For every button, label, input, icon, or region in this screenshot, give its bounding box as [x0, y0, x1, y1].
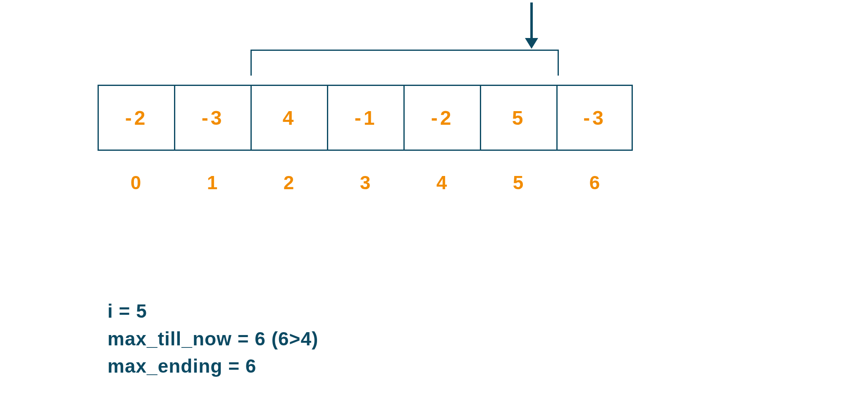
array-cell: -2	[98, 85, 174, 151]
index-label: 1	[174, 171, 250, 194]
index-label: 6	[556, 171, 633, 194]
index-label: 0	[98, 171, 174, 194]
index-label: 3	[327, 171, 403, 194]
index-label: 4	[403, 171, 480, 194]
array-cell: 5	[480, 85, 556, 151]
status-max-ending: max_ending = 6	[107, 352, 318, 380]
current-index-arrow	[519, 0, 544, 50]
index-label: 5	[480, 171, 556, 194]
status-block: i = 5 max_till_now = 6 (6>4) max_ending …	[107, 297, 318, 380]
array-cell: 4	[250, 85, 327, 151]
index-row: 0 1 2 3 4 5 6	[98, 171, 633, 194]
status-max-till-now: max_till_now = 6 (6>4)	[107, 325, 318, 353]
array-cell: -2	[403, 85, 480, 151]
array: -2 -3 4 -1 -2 5 -3	[98, 85, 633, 151]
array-cell: -3	[174, 85, 250, 151]
subarray-bracket	[250, 50, 559, 76]
svg-marker-1	[525, 38, 538, 49]
diagram-stage: -2 -3 4 -1 -2 5 -3 0 1 2 3 4 5 6 i = 5 m…	[0, 0, 868, 397]
array-cell: -1	[327, 85, 403, 151]
status-i: i = 5	[107, 297, 318, 325]
array-cell: -3	[556, 85, 633, 151]
index-label: 2	[250, 171, 327, 194]
